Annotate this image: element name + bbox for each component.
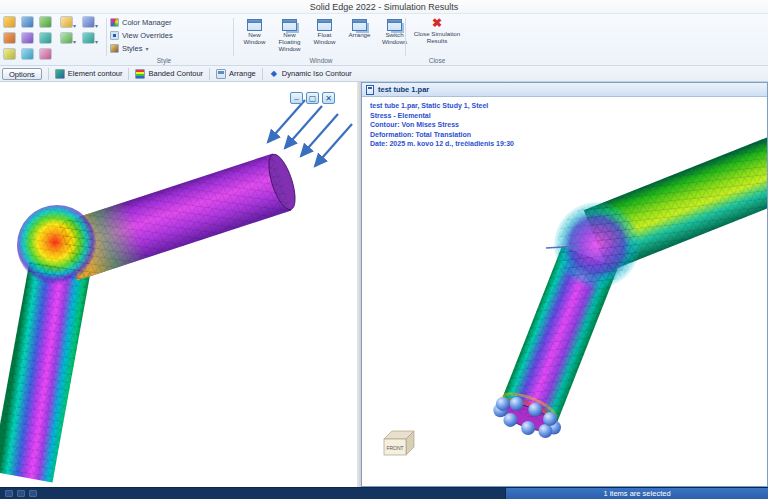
study-info-line: Stress - Elemental (370, 111, 514, 121)
study-info-line: Contour: Von Mises Stress (370, 120, 514, 130)
float-window-icon (317, 19, 332, 31)
new-window-label: New Window (239, 32, 270, 46)
style-group-label: Style (104, 56, 224, 66)
ribbon-mini-cluster-1 (3, 16, 56, 63)
window-group-label: Window (238, 56, 404, 66)
solid-edge-window: Solid Edge 2022 - Simulation Results Col… (0, 0, 768, 499)
element-contour-button[interactable]: Element contour (55, 69, 123, 79)
render-mode-icon[interactable] (3, 32, 16, 44)
toolbar-separator (128, 68, 129, 80)
close-red-x-icon (432, 16, 442, 30)
main-area: – ▢ ✕ (0, 82, 768, 487)
chevron-down-icon[interactable] (73, 37, 76, 46)
toolbar-separator (209, 68, 210, 80)
ribbon-separator (405, 18, 406, 56)
reflections-icon[interactable] (21, 48, 34, 60)
status-icon[interactable] (29, 490, 37, 497)
styles-icon (110, 44, 119, 53)
arrange-icon (352, 19, 367, 31)
toolbar-separator (48, 68, 49, 80)
right-window-title: test tube 1.par (378, 85, 429, 94)
left-viewport-canvas[interactable] (0, 82, 357, 487)
status-icon[interactable] (17, 490, 25, 497)
status-bar: 1 items are selected (0, 487, 768, 499)
new-floating-window-label: New Floating Window (274, 32, 305, 52)
chevron-down-icon[interactable] (73, 21, 76, 30)
new-window-button[interactable]: New Window (238, 16, 271, 54)
ribbon-separator (233, 18, 234, 56)
arrange-button[interactable]: Arrange (343, 16, 376, 54)
right-viewport-canvas[interactable]: FRONT (362, 97, 768, 487)
study-info-line: Date: 2025 m. kovo 12 d., trečiadienis 1… (370, 139, 514, 149)
left-viewport[interactable]: – ▢ ✕ (0, 82, 357, 487)
ribbon: Color Manager View Overrides Styles Styl… (0, 14, 768, 66)
contour-toolbar: Options Element contour Banded Contour A… (0, 66, 768, 82)
new-floating-window-button[interactable]: New Floating Window (273, 16, 306, 54)
rotate-view-icon[interactable] (60, 32, 73, 44)
display-options-icon[interactable] (3, 16, 16, 28)
close-simulation-results-label: Close Simulation Results (408, 31, 466, 45)
left-viewport-controls: – ▢ ✕ (290, 92, 335, 104)
right-window-titlebar[interactable]: test tube 1.par (362, 83, 767, 97)
arrange-toolbar-icon (216, 69, 226, 79)
arrange-toolbar-button[interactable]: Arrange (216, 69, 256, 79)
view-style-icon[interactable] (39, 32, 52, 44)
banded-contour-button[interactable]: Banded Contour (135, 69, 203, 79)
status-icon[interactable] (5, 490, 13, 497)
right-tube-model (496, 136, 768, 436)
style-group: Color Manager View Overrides Styles (110, 16, 228, 55)
float-window-button[interactable]: Float Window (308, 16, 341, 54)
zoom-tools-icon[interactable] (82, 16, 95, 28)
color-manager-button[interactable]: Color Manager (110, 16, 228, 29)
window-group: New Window New Floating Window Float Win… (238, 16, 411, 54)
styles-label: Styles (122, 44, 142, 53)
document-icon (366, 85, 374, 95)
ribbon-separator (106, 18, 107, 56)
chevron-down-icon[interactable] (95, 37, 98, 46)
icon-with-drop (60, 32, 81, 47)
viewport-minimize-icon[interactable]: – (290, 92, 303, 104)
close-simulation-results-button[interactable]: Close Simulation Results (408, 16, 466, 54)
chevron-down-icon (145, 44, 148, 53)
right-viewport-window[interactable]: test tube 1.par test tube 1.par, Static … (361, 82, 768, 487)
viewport-close-icon[interactable]: ✕ (322, 92, 335, 104)
view-overrides-button[interactable]: View Overrides (110, 29, 228, 42)
selection-status: 1 items are selected (505, 488, 768, 499)
visible-edges-icon[interactable] (39, 16, 52, 28)
element-contour-icon (55, 69, 65, 79)
new-floating-window-icon (282, 19, 297, 31)
dynamic-iso-contour-button[interactable]: Dynamic Iso Contour (269, 69, 352, 78)
icon-with-drop (82, 16, 103, 31)
study-info-line: test tube 1.par, Static Study 1, Steel (370, 101, 514, 111)
color-manager-label: Color Manager (122, 18, 172, 27)
perspective-icon[interactable] (21, 32, 34, 44)
styles-button[interactable]: Styles (110, 42, 228, 55)
banded-contour-icon (135, 69, 145, 79)
study-info-line: Deformation: Total Translation (370, 130, 514, 140)
switch-windows-button[interactable]: Switch Windows (378, 16, 411, 54)
fit-view-icon[interactable] (82, 32, 95, 44)
ribbon-mini-cluster-2 (60, 16, 103, 47)
toolbar-separator (262, 68, 263, 80)
chevron-down-icon[interactable] (95, 21, 98, 30)
study-info-block: test tube 1.par, Static Study 1, Steel S… (370, 101, 514, 149)
shadows-icon[interactable] (39, 48, 52, 60)
left-tube-model (0, 151, 300, 482)
named-views-icon[interactable] (60, 16, 73, 28)
icon-with-drop (60, 16, 81, 31)
view-cube-front-label: FRONT (386, 445, 403, 451)
texture-icon[interactable] (3, 48, 16, 60)
close-group-label: Close (408, 56, 466, 66)
new-window-icon (247, 19, 262, 31)
arrange-toolbar-label: Arrange (229, 69, 256, 78)
icon-with-drop (82, 32, 103, 47)
view-overrides-label: View Overrides (122, 31, 173, 40)
load-arrows (268, 100, 352, 166)
float-window-label: Float Window (309, 32, 340, 46)
window-title: Solid Edge 2022 - Simulation Results (310, 2, 459, 12)
view-overrides-icon (110, 31, 119, 40)
viewport-restore-icon[interactable]: ▢ (306, 92, 319, 104)
view-orientation-cube[interactable]: FRONT (384, 431, 414, 455)
shading-icon[interactable] (21, 16, 34, 28)
options-button[interactable]: Options (2, 68, 42, 80)
